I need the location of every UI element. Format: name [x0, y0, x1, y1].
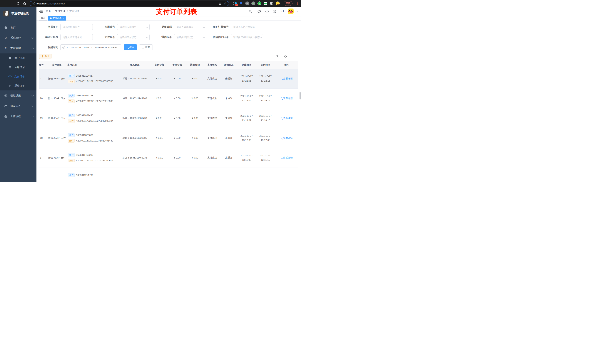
merchant-order-no: 1635311468233: [76, 154, 93, 156]
user-avatar[interactable]: [288, 9, 294, 14]
tab-pay-order[interactable]: 支付订单 ✕: [48, 16, 66, 21]
document-icon: [8, 84, 12, 87]
help-icon[interactable]: ?: [266, 10, 269, 13]
channel-code-select[interactable]: [174, 24, 206, 30]
cell-id: 18: [39, 128, 46, 148]
window-scrollbar-thumb[interactable]: [300, 92, 301, 100]
browser-update-button[interactable]: 更新: [284, 1, 292, 6]
extensions-puzzle-icon[interactable]: [269, 1, 274, 6]
back-icon[interactable]: ←: [2, 1, 7, 6]
pay-status-select[interactable]: [117, 34, 150, 40]
merchant-order-no-input[interactable]: [231, 24, 263, 30]
cell-fee: [168, 167, 186, 182]
filter-label: 应用编号: [96, 25, 117, 29]
forward-icon[interactable]: →: [9, 1, 14, 6]
sidebar-item-system[interactable]: ⚙ 系统管理: [0, 33, 36, 43]
date-range-input[interactable]: 2021-10-01 00:00:00 - 2021-10-31 23:59:5…: [60, 44, 121, 50]
cell-pay-time: 2021-10-2713:22:15: [256, 69, 275, 88]
cell-pay-status: [204, 167, 220, 182]
recorder-extension-icon[interactable]: [251, 1, 255, 6]
refresh-table-icon[interactable]: [283, 54, 288, 59]
cell-actions: [275, 167, 298, 182]
toggle-search-icon[interactable]: [274, 54, 280, 59]
y-extension-icon[interactable]: y: [257, 1, 261, 6]
date-end: 2021-10-31 23:59:59: [95, 46, 117, 49]
cell-amount: ¥ 0.01: [150, 88, 168, 108]
site-info-icon[interactable]: i: [32, 2, 35, 5]
breadcrumb-separator: /: [53, 10, 53, 13]
search-button[interactable]: 搜索: [124, 44, 137, 50]
kite-extension-icon[interactable]: [239, 1, 243, 6]
home-icon[interactable]: [22, 1, 27, 6]
cell-pay-time: 2021-10-2713:19:15: [256, 88, 275, 108]
font-size-icon[interactable]: TT: [281, 10, 284, 13]
sidebar-item-merchant-info[interactable]: 商户信息: [0, 53, 36, 63]
breadcrumb-home[interactable]: 首页: [46, 10, 51, 13]
tab-label: 支付订单: [53, 17, 62, 20]
sidebar-item-app-info[interactable]: 应用信息: [0, 63, 36, 72]
extension-blocks-icon[interactable]: 10: [233, 1, 237, 6]
tab-home[interactable]: 首页: [39, 16, 47, 21]
bookmark-star-icon[interactable]: ☆: [224, 2, 226, 5]
notify-status-select[interactable]: [231, 34, 263, 40]
filter-merchant: 所属商户: [39, 24, 96, 30]
cell-refund: ¥ 0.00: [186, 148, 204, 167]
cell-actions: 查看详情: [275, 108, 298, 128]
fullscreen-icon[interactable]: [272, 9, 278, 14]
browser-menu-icon[interactable]: ⋮: [296, 2, 299, 5]
cell-channel: 微信 JSAPI 支付: [46, 88, 67, 108]
detail-search-icon: [281, 78, 282, 79]
filter-merchant-order-no: 商户订单编号: [210, 24, 266, 30]
chevron-up-icon: [32, 48, 34, 50]
pay-tag: 支付: [68, 80, 75, 83]
tab-close-icon[interactable]: ✕: [63, 17, 64, 20]
reset-button[interactable]: 重置: [139, 44, 153, 50]
view-detail-link[interactable]: 查看详情: [281, 136, 293, 140]
merchant-order-no: 1635311881440: [76, 114, 93, 117]
sidebar-item-devtools[interactable]: 研发工具: [0, 101, 36, 111]
hamburger-icon[interactable]: [36, 7, 45, 16]
reload-icon[interactable]: [15, 1, 21, 6]
header-search-icon[interactable]: [248, 9, 253, 14]
share-icon[interactable]: [219, 2, 221, 5]
url-bar[interactable]: i localhost:1024/pay/order ☆: [30, 1, 229, 6]
pay-tag: 支付: [68, 139, 75, 143]
github-icon[interactable]: [257, 9, 262, 14]
breadcrumb-separator: /: [67, 10, 68, 13]
cell-fee: ¥ 0.00: [168, 128, 186, 148]
sidebar-item-pay-order[interactable]: ¥ 支付订单: [0, 72, 36, 81]
merchant-tag: 商户: [68, 153, 75, 157]
view-detail-link[interactable]: 查看详情: [281, 77, 293, 80]
filter-label: 商户订单编号: [210, 25, 231, 29]
title-prefix: 标题：: [123, 136, 130, 139]
breadcrumb-payment[interactable]: 支付管理: [55, 10, 65, 13]
profile-avatar-icon[interactable]: [276, 1, 280, 6]
sidebar-item-payment[interactable]: ¥ 支付管理: [0, 43, 36, 53]
col-id: 编号: [39, 61, 46, 69]
sidebar-item-workflow[interactable]: 工作流程: [0, 111, 36, 122]
sidebar-logo[interactable]: 芋道管理系统: [0, 8, 36, 19]
view-detail-link[interactable]: 查看详情: [281, 156, 293, 159]
export-button[interactable]: 导出: [39, 54, 52, 59]
command-extension-icon[interactable]: ⌘: [245, 1, 249, 6]
channel-order-no-input[interactable]: [60, 34, 93, 40]
view-detail-link[interactable]: 查看详情: [281, 97, 293, 100]
chat-extension-icon[interactable]: [263, 1, 268, 6]
refund-status-select[interactable]: [174, 34, 206, 40]
sidebar-item-home[interactable]: 首页: [0, 22, 36, 33]
avatar-dropdown-caret[interactable]: [296, 11, 298, 12]
grid-icon: [8, 66, 12, 69]
view-detail-link[interactable]: 查看详情: [281, 116, 293, 120]
download-icon: [42, 55, 43, 57]
app-select[interactable]: [117, 24, 150, 30]
merchant-input[interactable]: [60, 24, 93, 30]
col-pay-status: 支付状态: [204, 61, 220, 69]
cell-pay-time: [256, 167, 275, 182]
cell-pay-order: 商户 1635311468233 支付 42000011942021102767…: [67, 148, 119, 167]
merchant-tag: 商户: [68, 114, 75, 117]
sidebar-item-infra[interactable]: 基础设施: [0, 90, 36, 101]
cell-pay-time: 2021-10-2713:17:08: [256, 128, 275, 148]
table-row: 21 微信 JSAPI 支付 商户 1635312124657 支付 42000…: [39, 69, 298, 88]
sidebar-item-refund-order[interactable]: 退款订单: [0, 81, 36, 90]
merchant-tag: 商户: [68, 173, 75, 177]
